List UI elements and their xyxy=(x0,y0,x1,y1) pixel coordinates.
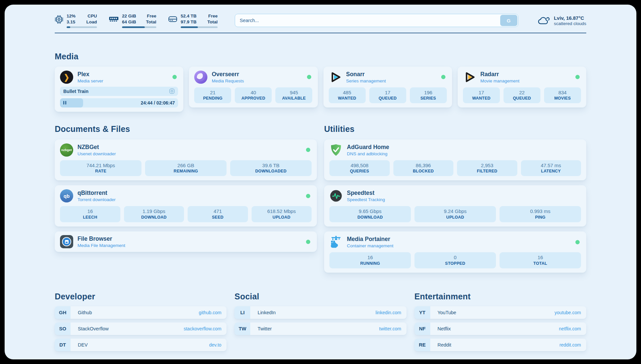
cast-icon[interactable] xyxy=(169,88,175,94)
bookmark-name: Github xyxy=(78,310,92,315)
bookmark-stackoverflow[interactable]: SO StackOverflow stackoverflow.com xyxy=(55,322,227,335)
weather-widget: Lviv, 16.87°C scattered clouds xyxy=(537,15,586,26)
stat-chip: 40APPROVED xyxy=(235,87,272,104)
status-dot xyxy=(172,75,177,79)
disk-total-value: 97.9 TB xyxy=(181,19,197,25)
bookmark-github[interactable]: GH Github github.com xyxy=(55,306,227,319)
stat-chip: 618.52 MbpsUPLOAD xyxy=(252,206,312,222)
stat-chip: 196SERIES xyxy=(410,87,447,104)
bookmark-abbr: TW xyxy=(234,322,250,335)
service-card-portainer[interactable]: Media Portainer Container management 16R… xyxy=(324,231,586,273)
disk-total-label: Total xyxy=(207,19,218,25)
status-dot xyxy=(441,75,445,79)
status-dot xyxy=(306,240,310,244)
service-subtitle: DNS and adblocking xyxy=(347,151,389,156)
section-title-utilities: Utilities xyxy=(324,124,586,134)
cpu-icon xyxy=(55,15,63,25)
service-card-filebrowser[interactable]: File Browser Media File Management xyxy=(55,231,317,252)
cpu-progress-bar xyxy=(67,26,97,28)
bookmark-name: DEV xyxy=(78,342,88,348)
disk-progress-bar xyxy=(181,26,218,28)
bookmark-linkedin[interactable]: LI LinkedIn linkedin.com xyxy=(234,306,406,319)
status-dot xyxy=(307,75,311,79)
speedtest-icon xyxy=(329,189,343,202)
service-name: Media Portainer xyxy=(347,236,393,243)
stat-chip: 16LEECH xyxy=(60,206,120,222)
now-playing-row: Bullet Train xyxy=(60,87,178,96)
service-name: AdGuard Home xyxy=(347,144,389,151)
stat-chip: 9.24 GbpsUPLOAD xyxy=(414,206,496,222)
ram-stat-widget: 22 GiBFree 64 GiBTotal xyxy=(109,13,156,28)
service-card-sonarr[interactable]: Sonarr Series management 485WANTED 17QUE… xyxy=(323,67,452,108)
service-card-radarr[interactable]: Radarr Movie management 17WANTED 22QUEUE… xyxy=(458,67,586,108)
service-card-speedtest[interactable]: Speedtest Speedtest Tracking 9.65 GbpsDO… xyxy=(324,185,586,227)
pause-icon[interactable] xyxy=(63,101,66,105)
service-name: File Browser xyxy=(77,235,125,242)
service-card-overseerr[interactable]: Overseerr Media Requests 21PENDING 40APP… xyxy=(189,67,318,108)
cpu-progress-fill xyxy=(67,26,70,28)
disk-icon xyxy=(168,15,177,24)
service-subtitle: Usenet downloader xyxy=(77,151,116,156)
cpu-label: CPU xyxy=(87,13,97,19)
stat-chip: 0STOPPED xyxy=(414,252,496,268)
overseerr-icon xyxy=(194,71,207,84)
stat-chip: 47.57 msLATENCY xyxy=(521,160,581,176)
stat-chip: 16TOTAL xyxy=(500,252,581,268)
stat-chip: 485WANTED xyxy=(329,87,366,104)
stat-chip: 498,508QUERIES xyxy=(329,160,390,176)
stat-chip: 9.65 GbpsDOWNLOAD xyxy=(329,206,411,222)
service-card-plex[interactable]: ❯ Plex Media server Bullet Train xyxy=(55,67,183,112)
qbittorrent-icon: qb xyxy=(60,189,73,202)
bookmark-name: LinkedIn xyxy=(258,310,276,315)
stat-chip: 266 GBREMAINING xyxy=(145,160,227,176)
filebrowser-icon xyxy=(60,235,73,248)
radarr-icon xyxy=(463,71,476,84)
now-playing-title: Bullet Train xyxy=(63,89,88,94)
search-input[interactable] xyxy=(235,14,518,27)
service-subtitle: Media Requests xyxy=(212,78,244,83)
service-subtitle: Media File Management xyxy=(77,243,125,248)
service-card-adguard[interactable]: AdGuard Home DNS and adblocking 498,508Q… xyxy=(324,139,586,181)
bookmark-abbr: GH xyxy=(55,306,71,319)
stat-chip: 86,396BLOCKED xyxy=(393,160,454,176)
disk-stat-widget: 52.4 TBFree 97.9 TBTotal xyxy=(168,13,218,28)
portainer-icon xyxy=(329,235,343,249)
service-subtitle: Container management xyxy=(347,243,393,248)
service-name: Overseerr xyxy=(212,71,244,78)
bookmark-youtube[interactable]: YT YouTube youtube.com xyxy=(414,306,586,319)
service-card-nzbget[interactable]: nzbget NZBGet Usenet downloader 744.21 M… xyxy=(55,139,317,181)
service-card-qbittorrent[interactable]: qb qBittorrent Torrent downloader 16LEEC… xyxy=(55,185,317,227)
cpu-stat-widget: 12%CPU 3.15Load xyxy=(55,13,97,28)
service-name: qBittorrent xyxy=(77,190,116,197)
stat-chip: 2,953FILTERED xyxy=(457,160,517,176)
section-title-documents: Documents & Files xyxy=(55,124,317,134)
bookmark-name: Netflix xyxy=(438,326,451,331)
adguard-icon xyxy=(329,143,343,157)
bookmark-reddit[interactable]: RE Reddit reddit.com xyxy=(414,339,586,351)
bookmark-url: dev.to xyxy=(209,342,221,348)
search-box: G xyxy=(235,14,518,27)
service-name: Speedtest xyxy=(347,190,385,197)
status-dot xyxy=(575,240,580,244)
ram-progress-bar xyxy=(122,26,156,28)
service-subtitle: Torrent downloader xyxy=(77,197,116,202)
ram-total-label: Total xyxy=(146,19,156,25)
search-provider-button[interactable]: G xyxy=(500,15,517,26)
bookmark-url: twitter.com xyxy=(379,326,401,331)
ram-total-value: 64 GiB xyxy=(122,19,136,25)
bookmark-dev[interactable]: DT DEV dev.to xyxy=(55,339,227,351)
cpu-usage-value: 12% xyxy=(67,13,76,19)
service-subtitle: Media server xyxy=(77,78,103,83)
bookmark-twitter[interactable]: TW Twitter twitter.com xyxy=(234,322,406,335)
service-name: Sonarr xyxy=(346,71,386,78)
service-subtitle: Movie management xyxy=(480,78,520,83)
bookmark-abbr: DT xyxy=(55,339,71,351)
stat-chip: 471SEED xyxy=(188,206,248,222)
cpu-load-value: 3.15 xyxy=(67,19,75,25)
stat-chip: 16RUNNING xyxy=(329,252,411,268)
bookmark-netflix[interactable]: NF Netflix netflix.com xyxy=(414,322,586,335)
bookmark-name: Reddit xyxy=(438,342,451,348)
ram-progress-fill xyxy=(122,26,145,28)
stat-chip: 17WANTED xyxy=(463,87,500,104)
disk-progress-fill xyxy=(181,26,198,28)
